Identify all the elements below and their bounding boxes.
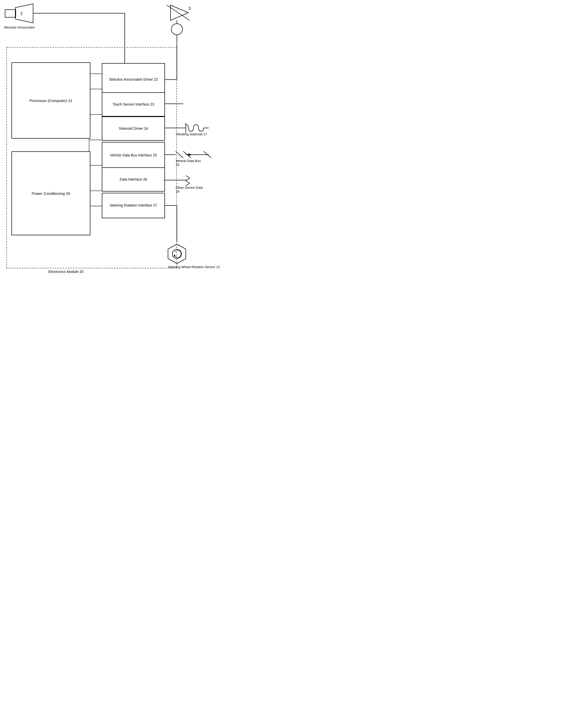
svg-marker-0 [15,4,33,23]
touch-sensor-box: Touch Sensor Interface 23 [102,92,165,117]
svg-marker-20 [188,153,192,156]
stimulus-driver-box: Stimulus Annunciator Driver 22 [102,63,165,96]
svg-line-22 [204,151,211,158]
power-conditioning-box: Power Conditioning 29 [11,151,90,235]
diagram-container: Stimulus Annunciator 2 3 Electronics Mod… [0,0,229,298]
electronics-module-label: Electronics Module 20 [48,270,83,274]
svg-line-18 [183,151,191,158]
vibrating-solenoid-label: Vibrating Solenoid 17 [176,132,207,136]
vehicle-data-bus-label: Vehicle Data Bus18 [176,159,201,167]
stimulus-annunciator-label: Stimulus Annunciator [4,25,35,29]
svg-marker-2 [170,5,188,20]
svg-point-4 [171,24,182,35]
steering-wheel-sensor-label: Steering Wheel Rotation Sensor 12 [168,265,220,269]
data-interface-box: Data Interface 26 [102,167,165,192]
solenoid-driver-box: Solenoid Driver 24 [102,117,165,141]
other-device-data-label: Other Device Data19 [176,186,203,193]
processor-box: Processor (Computer) 21 [11,62,90,139]
steering-rotation-box: Steering Rotation Interface 27 [102,193,165,218]
component3-number: 3 [188,6,191,11]
svg-rect-1 [5,10,16,17]
annunciator-number: 2 [20,11,23,16]
svg-line-3 [167,5,190,20]
vehicle-data-bus-interface-box: Vehicle Data Bus Interface 25 [102,142,165,169]
